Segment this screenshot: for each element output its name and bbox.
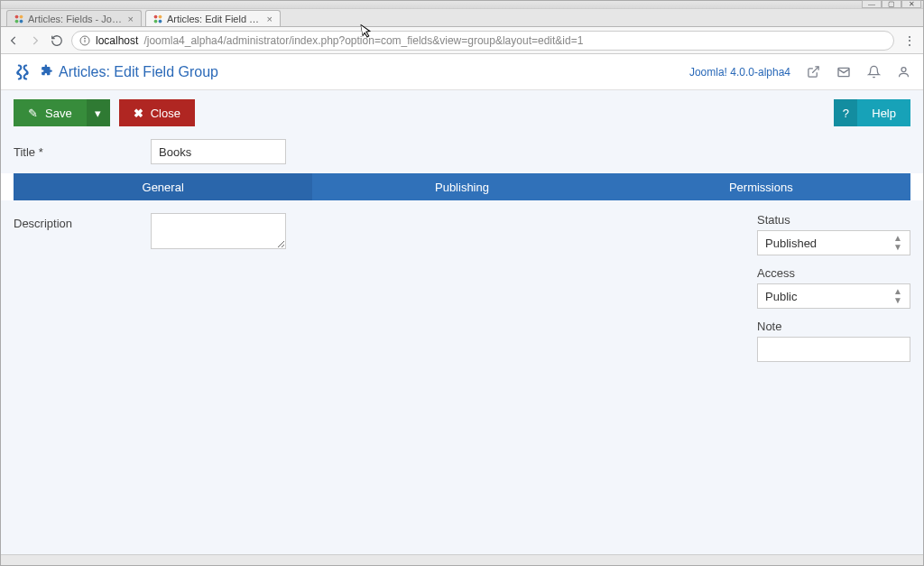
info-icon <box>79 35 90 46</box>
title-row: Title * <box>1 134 923 173</box>
browser-tab-title: Articles: Edit Field Group - <box>167 14 263 24</box>
back-button[interactable] <box>6 33 21 48</box>
title-input[interactable] <box>151 139 286 164</box>
forward-button[interactable] <box>28 33 42 48</box>
action-toolbar: ✎ Save ▾ ✖ Close ? Help <box>1 90 923 134</box>
url-path: /joomla4_alpha4/administrator/index.php?… <box>143 34 583 47</box>
caret-down-icon: ▾ <box>95 107 101 120</box>
url-host: localhost <box>96 34 138 47</box>
window-close-button[interactable]: ✕ <box>901 0 921 8</box>
svg-point-2 <box>15 19 19 23</box>
close-x-icon: ✖ <box>134 107 143 120</box>
svg-point-10 <box>85 38 86 39</box>
joomla-favicon-icon <box>153 14 162 23</box>
browser-tab-title: Articles: Fields - Joomla 4 T <box>28 14 124 24</box>
description-textarea[interactable] <box>151 213 286 249</box>
save-dropdown-button[interactable]: ▾ <box>87 99 110 126</box>
help-button[interactable]: Help <box>857 99 910 126</box>
save-button-label: Save <box>45 107 72 120</box>
access-select[interactable]: Public ▲▼ <box>757 283 910 309</box>
browser-menu-button[interactable]: ⋮ <box>901 33 918 48</box>
select-caret-icon: ▲▼ <box>893 287 902 305</box>
status-value: Published <box>765 237 817 250</box>
window-titlebar: — ▢ ✕ <box>1 1 923 9</box>
tab-permissions[interactable]: Permissions <box>612 173 910 200</box>
tab-close-icon[interactable]: × <box>267 14 273 24</box>
svg-point-5 <box>159 14 162 18</box>
svg-point-7 <box>159 19 162 23</box>
note-label: Note <box>757 320 910 333</box>
help-button-label: Help <box>872 107 896 120</box>
user-icon[interactable] <box>897 65 910 79</box>
window-bottom-chrome <box>1 554 923 565</box>
content-area: Description Status Published ▲▼ Access P… <box>1 200 923 554</box>
status-label: Status <box>757 213 910 227</box>
browser-address-bar: localhost/joomla4_alpha4/administrator/i… <box>1 27 923 54</box>
tab-general[interactable]: General <box>14 173 312 200</box>
window-maximize-button[interactable]: ▢ <box>882 0 901 8</box>
pencil-icon: ✎ <box>28 107 38 120</box>
status-select[interactable]: Published ▲▼ <box>757 230 910 255</box>
svg-point-1 <box>20 14 23 18</box>
page-title: Articles: Edit Field Group <box>59 64 218 80</box>
svg-point-12 <box>901 68 906 72</box>
svg-point-0 <box>15 14 19 18</box>
version-link[interactable]: Joomla! 4.0.0-alpha4 <box>689 66 790 79</box>
access-label: Access <box>757 266 910 280</box>
note-input[interactable] <box>757 337 910 362</box>
access-value: Public <box>765 290 797 303</box>
puzzle-icon <box>41 64 53 79</box>
tab-publishing[interactable]: Publishing <box>312 173 611 200</box>
select-caret-icon: ▲▼ <box>893 234 902 252</box>
bell-icon[interactable] <box>867 65 881 79</box>
joomla-logo-icon <box>14 63 32 81</box>
svg-point-3 <box>20 19 23 23</box>
close-button-label: Close <box>151 107 180 120</box>
help-question-button[interactable]: ? <box>834 99 857 126</box>
external-link-icon[interactable] <box>807 65 820 79</box>
browser-tab-active[interactable]: Articles: Edit Field Group - × <box>145 10 281 26</box>
svg-point-4 <box>154 14 158 18</box>
description-label: Description <box>14 213 142 230</box>
app-header: Articles: Edit Field Group Joomla! 4.0.0… <box>1 54 923 90</box>
url-input[interactable]: localhost/joomla4_alpha4/administrator/i… <box>71 31 894 51</box>
mail-icon[interactable] <box>836 65 851 79</box>
browser-tab[interactable]: Articles: Fields - Joomla 4 T × <box>6 10 142 26</box>
svg-point-6 <box>154 19 158 23</box>
title-label: Title * <box>14 145 142 159</box>
browser-tabstrip: Articles: Fields - Joomla 4 T × Articles… <box>1 9 923 27</box>
close-button[interactable]: ✖ Close <box>119 99 195 126</box>
save-button[interactable]: ✎ Save <box>14 99 87 126</box>
content-tabs: General Publishing Permissions <box>14 173 910 200</box>
tab-close-icon[interactable]: × <box>128 14 134 24</box>
window-minimize-button[interactable]: — <box>862 0 882 8</box>
reload-button[interactable] <box>50 33 64 48</box>
joomla-favicon-icon <box>14 14 23 23</box>
question-icon: ? <box>843 107 849 120</box>
